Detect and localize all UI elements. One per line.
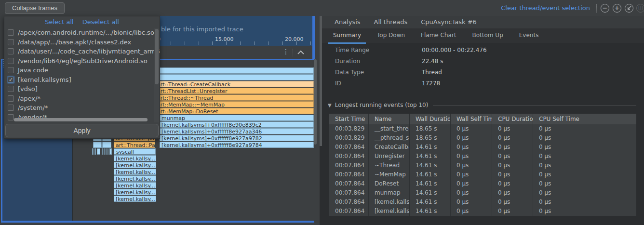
frame-filter-item[interactable]: /vendor/lib64/egl/eglSubDriverAndroid.so xyxy=(4,56,160,66)
frame-filter-item[interactable]: /apex/* xyxy=(4,94,160,104)
call-chart-bar[interactable]: [kernel.kallsyms]+0xffffff8e90e839c2 xyxy=(160,121,314,128)
checkbox[interactable] xyxy=(8,29,14,36)
call-chart-bar[interactable]: [kernel.kallsyms]+0xffffff8e927aa346 xyxy=(160,128,314,134)
select-all-link[interactable]: Select all xyxy=(45,18,73,26)
checkbox[interactable] xyxy=(8,48,14,54)
table-cell: 0 µs xyxy=(533,143,636,152)
call-chart-bar[interactable]: [kernel.kallsyms]+0xffffff8e927a9784 xyxy=(160,142,314,148)
table-row[interactable]: 00:03.829__start_thread18.65 s0 µs0 µs0 … xyxy=(329,124,636,133)
tab-analysis[interactable]: Analysis xyxy=(334,18,362,30)
bar-label: [kernel.kallsyms]+0xffffff8e927a9782 xyxy=(161,135,262,141)
selection-border-left xyxy=(1,59,2,223)
subtab-flame-chart[interactable]: Flame Chart xyxy=(416,29,461,44)
column-header[interactable]: Wall Duration xyxy=(410,114,451,124)
call-chart-bar[interactable]: art::Thread::Park xyxy=(114,142,155,148)
subtab-events[interactable]: Events xyxy=(514,29,544,44)
frame-filter-item[interactable]: Java code xyxy=(4,66,160,75)
call-chart-bar[interactable]: [kernel.kallsy... xyxy=(114,196,156,202)
table-row[interactable]: 00:07.864~MemMap14.61 s0 µs0 µs0 µs xyxy=(329,170,636,179)
call-chart-bar[interactable]: [kernel.kallsy... xyxy=(114,175,156,182)
table-cell: 14.61 s xyxy=(410,152,451,161)
call-chart-segment[interactable] xyxy=(109,148,112,155)
column-header[interactable]: Start Time xyxy=(329,114,369,124)
frame-filter-item[interactable]: /system/* xyxy=(4,103,160,113)
column-header[interactable]: CPU Duration xyxy=(492,114,533,124)
column-header[interactable]: CPU Self Time xyxy=(533,114,636,124)
table-row[interactable]: 00:07.864Unregister14.61 s0 µs0 µs0 µs xyxy=(329,152,636,161)
call-chart-bar[interactable]: [kernel.kallsyms]+0xffffff8e927a9782 xyxy=(160,135,314,141)
table-row[interactable]: 00:07.864~Thread14.61 s0 µs0 µs0 µs xyxy=(329,161,636,170)
call-chart-segment[interactable] xyxy=(95,148,96,155)
table-cell: __start_thread xyxy=(369,124,410,133)
frame-filter-item[interactable]: /apex/com.android.runtime/.../bionic/lib… xyxy=(4,28,160,38)
apply-button[interactable]: Apply xyxy=(5,124,159,137)
call-chart-segment[interactable] xyxy=(102,148,103,155)
summary-label: Time Range xyxy=(335,47,422,58)
table-row[interactable]: 00:07.864DoReset14.61 s0 µs0 µs0 µs xyxy=(329,179,636,188)
frame-filter-item[interactable]: /data/user/.../code_cache/libjvmtiagent_… xyxy=(4,47,160,56)
column-header[interactable]: Name xyxy=(369,114,410,124)
zoom-in-icon[interactable]: + xyxy=(613,4,621,13)
checkbox[interactable] xyxy=(8,67,14,73)
track-options-icon[interactable]: ⋮ xyxy=(282,48,289,55)
call-chart-segment[interactable] xyxy=(94,148,94,155)
call-chart-bar[interactable]: syscall xyxy=(114,148,156,155)
call-chart-segment[interactable] xyxy=(107,148,108,155)
call-chart-segment[interactable] xyxy=(104,148,105,155)
checkbox[interactable] xyxy=(8,39,14,45)
call-chart-bar[interactable]: [kernel.kallsy... xyxy=(114,189,156,195)
table-cell: 0 µs xyxy=(533,198,636,207)
reset-zoom-icon[interactable] xyxy=(625,4,633,13)
call-chart-segment[interactable] xyxy=(106,148,107,155)
call-chart-segment[interactable] xyxy=(97,148,100,155)
subtab-summary[interactable]: Summary xyxy=(328,29,366,44)
frame-filter-item[interactable]: /data/app/.../base.apk!/classes2.dex xyxy=(4,38,160,47)
table-cell: DoReset xyxy=(369,179,410,188)
checkbox[interactable] xyxy=(8,95,14,102)
checkbox[interactable] xyxy=(8,105,14,111)
table-row[interactable]: 00:07.864[kernel.kalls...14.61 s0 µs0 µs… xyxy=(329,207,636,216)
table-row[interactable]: 00:07.864munmap14.61 s0 µs0 µs0 µs xyxy=(329,188,636,198)
checkbox[interactable] xyxy=(8,114,14,120)
collapse-frames-button[interactable]: Collapse frames xyxy=(5,2,65,14)
call-chart-bar[interactable]: [kernel.kallsy... xyxy=(114,182,156,188)
call-chart-segment[interactable] xyxy=(102,142,111,148)
tab-all-threads[interactable]: All threads xyxy=(373,18,409,30)
table-cell: 0 µs xyxy=(533,152,636,161)
subtab-bottom-up[interactable]: Bottom Up xyxy=(468,29,508,44)
bar-label: art::Thread::CreateCallback xyxy=(157,81,230,87)
dropdown-horizontal-scrollbar[interactable] xyxy=(14,118,148,121)
dropdown-vertical-scrollbar[interactable] xyxy=(154,28,159,122)
table-row[interactable]: 00:03.829__pthread_st...18.65 s0 µs0 µs0… xyxy=(329,133,636,143)
clear-selection-link[interactable]: Clear thread/event selection xyxy=(501,4,590,12)
call-chart-bar[interactable]: [kernel.kallsy... xyxy=(114,162,156,168)
checkbox[interactable] xyxy=(8,86,14,92)
longest-events-section-header[interactable]: ▼ Longest running events (top 10) xyxy=(328,102,636,108)
subtab-top-down[interactable]: Top Down xyxy=(372,29,410,44)
collapse-track-icon[interactable] xyxy=(297,50,305,57)
summary-value: 22.48 s xyxy=(422,58,443,69)
checkbox[interactable] xyxy=(8,58,14,64)
tab-cpuasynctask-6[interactable]: CpuAsyncTask #6 xyxy=(420,18,478,30)
frame-filter-label: [vdso] xyxy=(18,84,38,94)
frame-filter-item[interactable]: ✓[kernel.kallsyms] xyxy=(4,75,160,85)
longest-events-table: Start TimeNameWall DurationWall Self Tim… xyxy=(329,114,636,216)
table-cell: 00:03.829 xyxy=(329,133,369,143)
table-cell: 0 µs xyxy=(451,198,492,207)
call-chart-segment[interactable] xyxy=(92,148,93,155)
table-row[interactable]: 00:07.864CreateCallback14.61 s0 µs0 µs0 … xyxy=(329,143,636,152)
checkbox[interactable]: ✓ xyxy=(8,77,14,83)
table-cell: 00:07.864 xyxy=(329,152,369,161)
call-chart-bar[interactable]: [kernel.kallsy... xyxy=(114,169,156,175)
call-chart-bar[interactable]: [kernel.kallsy... xyxy=(114,155,156,161)
ruler-tick-label: 15.000 xyxy=(215,36,234,42)
call-chart-segment[interactable] xyxy=(93,142,102,148)
collapse-triangle-icon[interactable]: ▼ xyxy=(328,103,332,108)
zoom-out-icon[interactable]: − xyxy=(601,4,609,13)
column-header[interactable]: Wall Self Time xyxy=(451,114,492,124)
flame-chart-scrollbar[interactable] xyxy=(314,59,317,145)
table-cell: 0 µs xyxy=(533,207,636,216)
frame-filter-item[interactable]: [vdso] xyxy=(4,84,160,94)
table-row[interactable]: 00:07.864[kernel.kalls...14.61 s0 µs0 µs… xyxy=(329,198,636,207)
deselect-all-link[interactable]: Deselect all xyxy=(82,18,119,26)
